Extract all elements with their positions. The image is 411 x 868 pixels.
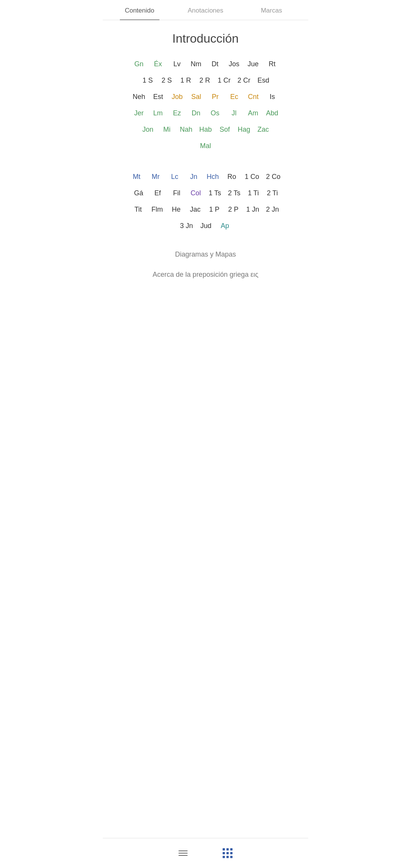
main-content: Introducción GnÉxLvNmDtJosJueRt1 S2 S1 R… [103, 20, 308, 838]
book-link[interactable]: 1 Cr [215, 73, 233, 88]
book-link[interactable]: He [168, 203, 185, 217]
book-link[interactable]: Hch [204, 170, 221, 184]
book-link[interactable]: Os [207, 106, 223, 120]
book-link[interactable]: Ap [217, 219, 233, 233]
list-view-button[interactable] [172, 845, 194, 861]
books-row: 3 JnJudAp [110, 219, 301, 233]
book-link[interactable]: Nah [177, 123, 194, 137]
book-link[interactable]: Mr [147, 170, 164, 184]
book-link[interactable]: Nm [188, 57, 204, 71]
book-link[interactable]: Tit [130, 203, 147, 217]
book-link[interactable]: Ef [149, 186, 166, 200]
tab-bar: Contenido Anotaciones Marcas [103, 0, 308, 20]
book-link[interactable]: Ez [169, 106, 185, 120]
book-link[interactable]: Est [150, 90, 167, 104]
book-link[interactable]: Is [264, 90, 281, 104]
book-link[interactable]: Jos [226, 57, 242, 71]
book-link[interactable]: 1 Jn [244, 203, 261, 217]
book-link[interactable]: 2 Ts [226, 186, 243, 200]
book-link[interactable]: 1 Co [242, 170, 261, 184]
book-link[interactable]: Col [187, 186, 204, 200]
book-link[interactable]: Pr [207, 90, 224, 104]
book-link[interactable]: Mt [128, 170, 145, 184]
book-link[interactable]: Jue [245, 57, 261, 71]
books-row: NehEstJobSalPrEcCntIs [110, 90, 301, 104]
new-testament-section: MtMrLcJnHchRo1 Co2 CoGáEfFilCol1 Ts2 Ts1… [110, 170, 301, 233]
old-testament-section: GnÉxLvNmDtJosJueRt1 S2 S1 R2 R1 Cr2 CrEs… [110, 57, 301, 153]
book-link[interactable]: Fil [168, 186, 185, 200]
book-link[interactable]: 2 Co [264, 170, 283, 184]
books-row: JerLmEzDnOsJlAmAbd [110, 106, 301, 120]
book-link[interactable]: Abd [264, 106, 280, 120]
book-link[interactable]: 1 P [206, 203, 223, 217]
book-link[interactable]: Ro [223, 170, 240, 184]
grid-view-button[interactable] [217, 845, 239, 861]
book-link[interactable]: Jon [139, 123, 156, 137]
books-row: TitFlmHeJac1 P2 P1 Jn2 Jn [110, 203, 301, 217]
book-link[interactable]: 1 Ti [245, 186, 262, 200]
book-link[interactable]: Gn [131, 57, 147, 71]
book-link[interactable]: Dn [188, 106, 204, 120]
books-row: JonMiNahHabSofHagZac [110, 123, 301, 137]
book-link[interactable]: Mal [197, 139, 214, 153]
book-link[interactable]: Cnt [245, 90, 262, 104]
book-link[interactable]: Lv [169, 57, 185, 71]
greek-prep-link[interactable]: Acerca de la preposición griega εις [110, 265, 301, 285]
book-link[interactable]: Ec [226, 90, 243, 104]
book-link[interactable]: Jl [226, 106, 242, 120]
books-row: GnÉxLvNmDtJosJueRt [110, 57, 301, 71]
book-link[interactable]: Hag [236, 123, 253, 137]
tab-marcas[interactable]: Marcas [239, 0, 304, 20]
footer-links: Diagramas y Mapas Acerca de la preposici… [110, 244, 301, 285]
diagrams-link[interactable]: Diagramas y Mapas [110, 244, 301, 265]
book-link[interactable]: Esd [255, 73, 272, 88]
book-link[interactable]: Rt [264, 57, 280, 71]
book-link[interactable]: 2 Cr [235, 73, 253, 88]
book-link[interactable]: Zac [255, 123, 272, 137]
book-link[interactable]: Hab [197, 123, 214, 137]
tab-anotaciones[interactable]: Anotaciones [172, 0, 238, 20]
books-row: GáEfFilCol1 Ts2 Ts1 Ti2 Ti [110, 186, 301, 200]
books-row: 1 S2 S1 R2 R1 Cr2 CrEsd [110, 73, 301, 88]
book-link[interactable]: Flm [149, 203, 166, 217]
books-row: Mal [110, 139, 301, 153]
book-link[interactable]: 3 Jn [178, 219, 195, 233]
book-link[interactable]: 2 R [196, 73, 213, 88]
book-link[interactable]: Sof [217, 123, 233, 137]
book-link[interactable]: Job [169, 90, 186, 104]
books-row: MtMrLcJnHchRo1 Co2 Co [110, 170, 301, 184]
book-link[interactable]: Jn [185, 170, 202, 184]
book-link[interactable]: 1 S [139, 73, 156, 88]
book-link[interactable]: Jer [131, 106, 147, 120]
book-link[interactable]: 2 Ti [264, 186, 281, 200]
bottom-nav [103, 838, 308, 868]
book-link[interactable]: 2 P [225, 203, 242, 217]
book-link[interactable]: Mi [158, 123, 175, 137]
book-link[interactable]: Dt [207, 57, 223, 71]
book-link[interactable]: Jud [198, 219, 214, 233]
page-title: Introducción [110, 32, 301, 46]
book-link[interactable]: 1 R [177, 73, 194, 88]
book-link[interactable]: 2 Jn [264, 203, 281, 217]
book-link[interactable]: Lc [166, 170, 183, 184]
book-link[interactable]: Am [245, 106, 261, 120]
book-link[interactable]: Sal [188, 90, 205, 104]
book-link[interactable]: Gá [130, 186, 147, 200]
tab-contenido[interactable]: Contenido [107, 0, 172, 20]
book-link[interactable]: Jac [187, 203, 204, 217]
book-link[interactable]: 1 Ts [206, 186, 223, 200]
book-link[interactable]: Éx [150, 57, 166, 71]
book-link[interactable]: Lm [150, 106, 166, 120]
book-link[interactable]: Neh [130, 90, 147, 104]
book-link[interactable]: 2 S [158, 73, 175, 88]
